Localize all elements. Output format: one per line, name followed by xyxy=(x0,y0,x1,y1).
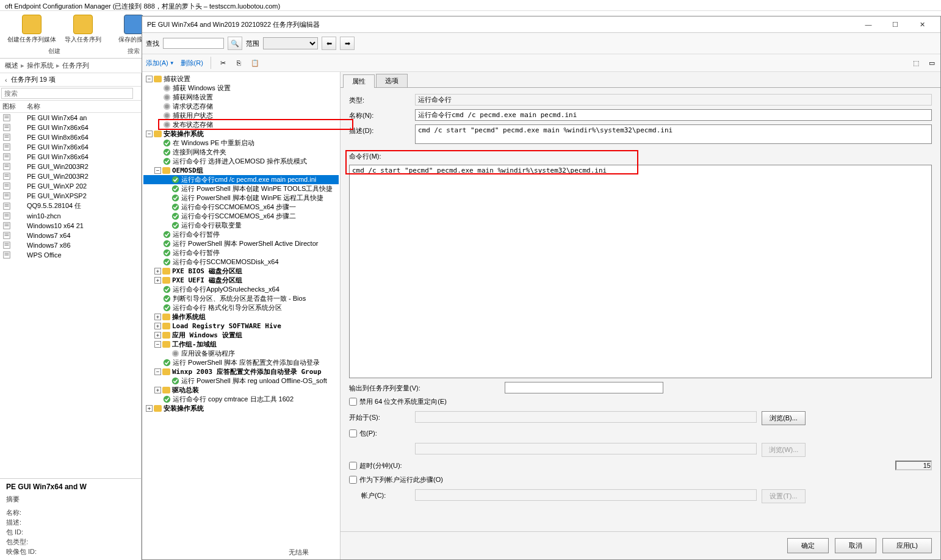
tree-node[interactable]: +驱动总装 xyxy=(143,386,339,395)
tree-node[interactable]: +应用 Windows 设置组 xyxy=(143,331,339,340)
paste-icon[interactable]: 📋 xyxy=(250,58,260,68)
cut-icon[interactable]: ✂ xyxy=(218,58,228,68)
tree-node[interactable]: 运行命令行SCCMOEMOS_x64 步骤一 xyxy=(143,203,339,212)
tab-options[interactable]: 选项 xyxy=(376,74,408,87)
tree-node[interactable]: 运行 PowerShell 脚本 reg unload Offline-OS_s… xyxy=(143,376,339,386)
svg-rect-32 xyxy=(5,215,9,217)
tree-node[interactable]: −工作组-加域组 xyxy=(143,340,339,349)
ts-row[interactable]: QQ9.5.5.28104 任 xyxy=(0,201,141,211)
scope-select[interactable] xyxy=(263,37,318,49)
tree-node[interactable]: 连接到网络文件夹 xyxy=(143,148,339,157)
desc-field[interactable]: cmd /c start "pecmd" pecmd.exe main %win… xyxy=(415,124,932,144)
ts-row[interactable]: PE GUI_WinXPSP2 xyxy=(0,191,141,201)
col-name[interactable]: 名称 xyxy=(27,102,40,111)
svg-point-66 xyxy=(163,249,170,256)
tree-node[interactable]: 运行命令行获取变量 xyxy=(143,221,339,230)
close-button[interactable]: ✕ xyxy=(909,18,936,31)
ts-row[interactable]: PE GUI Win7x64 an xyxy=(0,113,141,123)
create-ts-media-button[interactable]: 创建任务序列媒体 xyxy=(5,13,59,45)
find-go-button[interactable]: 🔍 xyxy=(228,37,242,50)
copy-icon[interactable]: ⎘ xyxy=(234,58,244,68)
tree-node[interactable]: 运行命令行cmd /c pecmd.exe main pecmd.ini xyxy=(143,175,339,184)
tree-node[interactable]: 应用设备驱动程序 xyxy=(143,349,339,358)
ts-row[interactable]: PE GUI_Win2003R2 xyxy=(0,171,141,181)
ts-row[interactable]: win10-zhcn xyxy=(0,211,141,221)
runas-checkbox[interactable] xyxy=(349,476,357,484)
ts-row[interactable]: PE GUI Win7x86x64 xyxy=(0,142,141,152)
timeout-field xyxy=(895,461,932,470)
tree-node[interactable]: 运行 PowerShell 脚本 PowerShell Active Direc… xyxy=(143,239,339,248)
package-checkbox[interactable] xyxy=(349,429,357,437)
ribbon-section-search: 搜索 xyxy=(128,47,140,56)
maximize-button[interactable]: ☐ xyxy=(882,18,909,31)
tree-node[interactable]: 运行命令行ApplyOSrulechecks_x64 xyxy=(143,285,339,294)
package-field xyxy=(415,443,757,454)
tree-node[interactable]: 运行 PowerShell 脚本创建 WinPE 远程工具快捷 xyxy=(143,193,339,203)
import-ts-button[interactable]: 导入任务序列 xyxy=(62,13,104,45)
name-field[interactable] xyxy=(415,109,932,121)
ts-row[interactable]: Windows7 x86 xyxy=(0,240,141,250)
tree-node[interactable]: 运行命令行SCCMOEMOS_x64 步骤二 xyxy=(143,212,339,221)
tree-panel[interactable]: −捕获设置捕获 Windows 设置捕获网络设置请求状态存储捕获用户状态发布状态… xyxy=(142,72,341,559)
tree-node[interactable]: +安装操作系统 xyxy=(143,404,339,413)
tree-node[interactable]: 捕获网络设置 xyxy=(143,93,339,102)
timeout-checkbox[interactable] xyxy=(349,462,357,470)
svg-point-65 xyxy=(163,240,170,247)
tree-node[interactable]: 运行命令行暂停 xyxy=(143,248,339,257)
minimize-button[interactable]: ― xyxy=(855,18,882,31)
ts-row[interactable]: PE GUI Win7x86x64 xyxy=(0,152,141,162)
col-icon[interactable]: 图标 xyxy=(2,102,27,111)
tree-node[interactable]: +PXE BIOS 磁盘分区组 xyxy=(143,267,339,276)
tree-node[interactable]: 运行命令行 格式化引导分区系统分区 xyxy=(143,303,339,312)
tree-node[interactable]: 运行命令行 选择进入OEMOSD 操作系统模式 xyxy=(143,157,339,166)
cancel-button[interactable]: 取消 xyxy=(835,538,876,553)
tree-node[interactable]: 捕获用户状态 xyxy=(143,111,339,120)
tree-node[interactable]: +PXE UEFI 磁盘分区组 xyxy=(143,276,339,285)
find-input[interactable] xyxy=(163,38,224,49)
tree-node[interactable]: −安装操作系统 xyxy=(143,129,339,138)
expand-icon[interactable]: ⬚ xyxy=(911,58,921,68)
tree-node[interactable]: −捕获设置 xyxy=(143,74,339,84)
tree-node[interactable]: 运行 PowerShell 脚本创建 WinPE TOOLS工具快捷 xyxy=(143,184,339,193)
tree-node[interactable]: 捕获 Windows 设置 xyxy=(143,84,339,93)
command-line-field[interactable]: cmd /c start "pecmd" pecmd.exe main %win… xyxy=(349,165,932,378)
svg-point-73 xyxy=(163,359,170,366)
ts-row[interactable]: WPS Office xyxy=(0,250,141,260)
find-prev-button[interactable]: ⬅ xyxy=(322,37,336,50)
browse-start-button[interactable]: 浏览(B)... xyxy=(762,411,806,425)
tree-node[interactable]: 在 Windows PE 中重新启动 xyxy=(143,138,339,148)
ok-button[interactable]: 确定 xyxy=(787,538,829,553)
svg-point-59 xyxy=(171,185,178,192)
tree-node[interactable]: 运行命令行暂停 xyxy=(143,230,339,239)
remove-button[interactable]: 删除(R) xyxy=(181,59,203,68)
tree-node[interactable]: 请求状态存储 xyxy=(143,102,339,111)
apply-button[interactable]: 应用(L) xyxy=(882,538,932,553)
tree-node[interactable]: 运行命令行SCCMOEMOSDisk_x64 xyxy=(143,257,339,267)
output-var-field[interactable] xyxy=(505,382,663,393)
ts-row[interactable]: Windows7 x64 xyxy=(0,231,141,240)
add-button[interactable]: 添加(A)▼ xyxy=(146,59,175,68)
find-next-button[interactable]: ➡ xyxy=(340,37,355,50)
ts-row[interactable]: Windows10 x64 21 xyxy=(0,221,141,231)
disable-64-redirect-checkbox[interactable] xyxy=(349,398,357,406)
browse-pkg-button: 浏览(W)... xyxy=(762,443,806,457)
list-search-input[interactable] xyxy=(1,88,133,99)
tree-node[interactable]: −OEMOSD组 xyxy=(143,166,339,175)
collapse-icon[interactable]: ▭ xyxy=(927,58,937,68)
tab-properties[interactable]: 属性 xyxy=(343,74,375,88)
tree-node[interactable]: +操作系统组 xyxy=(143,312,339,321)
ts-row[interactable]: PE GUI_Win2003R2 xyxy=(0,162,141,171)
svg-point-54 xyxy=(165,123,169,127)
svg-point-64 xyxy=(163,231,170,238)
tree-node[interactable]: −Winxp 2003 应答配置文件添加自动登录 Group xyxy=(143,367,339,376)
tree-node[interactable]: 运行命令行 copy cmtrace 日志工具 1602 xyxy=(143,395,339,404)
ts-row[interactable]: PE GUI_WinXP 202 xyxy=(0,181,141,191)
ts-list[interactable]: PE GUI Win7x64 anPE GUI Win7x86x64PE GUI… xyxy=(0,113,141,478)
ts-row[interactable]: PE GUI Win8x86x64 xyxy=(0,132,141,142)
tree-node[interactable]: 发布状态存储 xyxy=(143,120,339,129)
ts-row[interactable]: PE GUI Win7x86x64 xyxy=(0,123,141,132)
tree-node[interactable]: 运行 PowerShell 脚本 应答配置文件添加自动登录 xyxy=(143,358,339,367)
set-account-button: 设置(T)... xyxy=(762,489,806,503)
tree-node[interactable]: 判断引导分区、系统分区是否盘符一致 - Bios xyxy=(143,294,339,303)
tree-node[interactable]: +Load Registry SOFTWARE Hive xyxy=(143,321,339,331)
